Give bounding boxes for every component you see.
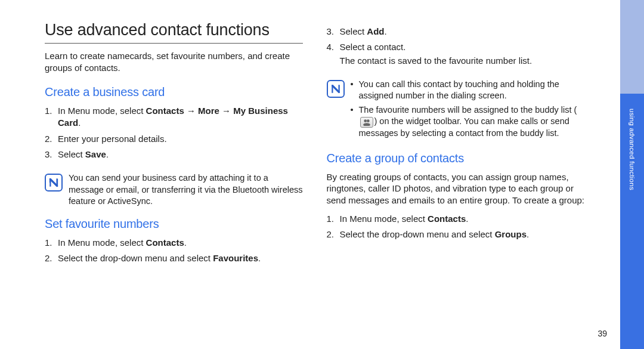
list-item: 3. Select Add. (327, 26, 585, 38)
tab-inactive (620, 0, 644, 94)
page-title: Use advanced contact functions (45, 21, 303, 44)
list-item: 2. Select the drop-down menu and select … (45, 252, 303, 264)
steps-favourite-cont: 3. Select Add. 4. Select a contact.The c… (327, 26, 585, 70)
note-box: •You can call this contact by touching a… (327, 79, 585, 142)
heading-favourite: Set favourite numbers (45, 217, 303, 231)
note-text: •You can call this contact by touching a… (351, 79, 585, 142)
list-item: 2. Enter your personal details. (45, 133, 303, 145)
svg-point-8 (363, 123, 370, 126)
side-tab: using advanced functions (620, 0, 644, 349)
left-column: Use advanced contact functions Learn to … (45, 21, 303, 334)
svg-point-6 (364, 119, 367, 122)
page-number: 39 (597, 329, 607, 338)
steps-group: 1. In Menu mode, select Contacts. 2. Sel… (327, 213, 585, 245)
steps-favourite: 1. In Menu mode, select Contacts. 2. Sel… (45, 237, 303, 268)
list-item: 1. In Menu mode, select Contacts. (327, 213, 585, 225)
tab-label: using advanced functions (628, 109, 636, 190)
tab-active: using advanced functions (620, 94, 644, 349)
svg-point-7 (367, 119, 370, 122)
note-icon (327, 80, 345, 98)
note-text: You can send your business card by attac… (69, 172, 303, 208)
steps-business-card: 1. In Menu mode, select Contacts → More … (45, 105, 303, 164)
heading-group: Create a group of contacts (327, 152, 585, 165)
intro-text: Learn to create namecards, set favourite… (45, 50, 303, 73)
group-body: By creating groups of contacts, you can … (327, 171, 585, 206)
list-item: 3. Select Save. (45, 149, 303, 160)
buddy-icon (360, 117, 373, 128)
note-box: You can send your business card by attac… (45, 172, 303, 208)
right-column: 3. Select Add. 4. Select a contact.The c… (327, 21, 585, 334)
list-item: 2. Select the drop-down menu and select … (327, 228, 585, 240)
list-item: 1. In Menu mode, select Contacts → More … (45, 105, 303, 129)
note-icon (45, 174, 63, 192)
page-content: Use advanced contact functions Learn to … (0, 0, 614, 349)
heading-business-card: Create a business card (45, 85, 303, 99)
list-item: 1. In Menu mode, select Contacts. (45, 237, 303, 249)
list-item: 4. Select a contact.The contact is saved… (327, 41, 585, 67)
